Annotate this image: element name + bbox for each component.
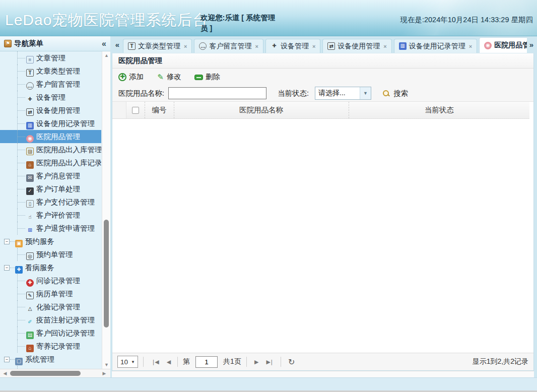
main-area: « T文章类型管理×…客户留言管理×✚设备管理×⇄设备使用管理×▥设备使用记录管… <box>112 36 537 377</box>
supplies-name-input[interactable] <box>168 87 266 99</box>
sidebar-item-label: 客户订单处理 <box>36 185 80 193</box>
sidebar-item-label: 文章类型管理 <box>36 67 80 75</box>
device-icon: ✚ <box>26 96 34 103</box>
last-page-button[interactable]: ▶❘ <box>263 359 276 365</box>
sidebar-vertical-scrollbar[interactable]: ▲ ▼ <box>102 51 110 369</box>
sidebar-item-supplies-inout[interactable]: ▨医院用品出入库管理 <box>0 143 101 156</box>
tree-guide-line <box>10 359 17 360</box>
tab-label: 设备管理 <box>281 42 309 51</box>
sidebar-horizontal-scrollbar[interactable]: ◀ ▶ <box>0 369 110 377</box>
tree-guide-line <box>17 123 25 124</box>
tree-collapse-icon[interactable]: − <box>4 357 10 362</box>
tab-device-usage-record[interactable]: ▥设备使用记录管理× <box>394 39 477 53</box>
tabs-scroll-right-button[interactable]: » <box>527 39 536 52</box>
sidebar-item-article[interactable]: ≡文章管理 <box>0 51 101 64</box>
sidebar-item-supplies-inout-record[interactable]: ⌂医院用品出入库记录 <box>0 156 101 169</box>
sidebar-item-device-usage-record[interactable]: ▥设备使用记录管理 <box>0 117 101 130</box>
sidebar-item-device-usage[interactable]: ⇄设备使用管理 <box>0 104 101 117</box>
follow-up-record-icon: ▤ <box>26 332 34 339</box>
status-select[interactable]: 请选择... ▼ <box>315 87 371 100</box>
select-all-header <box>126 102 145 118</box>
welcome-text: 欢迎您:乐道 [ 系统管理员 ] <box>200 13 281 34</box>
sidebar-item-medical-record[interactable]: ✎病历单管理 <box>0 287 101 300</box>
app-header: LeDao宠物医院管理系统后台 欢迎您:乐道 [ 系统管理员 ] 现在是:202… <box>0 0 537 36</box>
tab-article-type[interactable]: T文章类型管理× <box>123 39 192 53</box>
delete-icon <box>194 75 203 80</box>
scroll-right-icon[interactable]: ▶ <box>100 369 108 377</box>
sidebar-item-customer-message[interactable]: ✉客户消息管理 <box>0 169 101 182</box>
sidebar-item-vaccine-record[interactable]: ✐疫苗注射记录管理 <box>0 313 101 326</box>
sidebar-item-label: 设备使用管理 <box>36 106 80 114</box>
close-icon[interactable]: × <box>312 43 315 49</box>
tree-collapse-icon[interactable]: − <box>4 239 10 244</box>
chevron-down-icon[interactable]: ▼ <box>360 87 371 99</box>
col-header-name: 医院用品名称 <box>174 102 349 118</box>
sidebar-item-guestbook[interactable]: …客户留言管理 <box>0 78 101 91</box>
sidebar-item-label: 客户评价管理 <box>36 211 80 219</box>
sidebar-item-boarding-record[interactable]: ⌂寄养记录管理 <box>0 340 101 353</box>
close-icon[interactable]: × <box>184 43 187 49</box>
device-icon: ✚ <box>271 42 278 50</box>
search-button[interactable]: 搜索 <box>393 89 408 98</box>
prev-page-button[interactable]: ◀ <box>164 359 172 365</box>
select-all-checkbox[interactable] <box>132 107 139 114</box>
tree-collapse-icon[interactable]: − <box>4 265 10 271</box>
sidebar-item-customer-payment[interactable]: ▯客户支付记录管理 <box>0 195 101 209</box>
close-icon[interactable]: × <box>469 43 472 49</box>
edit-button[interactable]: ✎ 修改 <box>157 72 181 82</box>
tree-guide-line <box>17 346 25 347</box>
sidebar-item-device[interactable]: ✚设备管理 <box>0 91 101 104</box>
sidebar-item-consultation-record[interactable]: ✚问诊记录管理 <box>0 274 101 287</box>
page-prefix-label: 第 <box>183 357 190 366</box>
tree-guide-line <box>10 241 17 242</box>
sidebar-item-system-folder[interactable]: −▢系统管理 <box>0 353 101 366</box>
sidebar-collapse-button[interactable]: « <box>102 39 106 48</box>
sidebar-item-follow-up-record[interactable]: ▤客户回访记录管理 <box>0 326 101 340</box>
scroll-down-icon[interactable]: ▼ <box>102 361 110 369</box>
scrollbar-thumb[interactable] <box>10 371 81 376</box>
page-number-input[interactable] <box>195 356 218 368</box>
sidebar-item-label: 医院用品出入库管理 <box>36 146 101 154</box>
search-bar: 医院用品名称: 当前状态: 请选择... ▼ 搜索 <box>112 85 533 102</box>
tab-device-usage[interactable]: ⇄设备使用管理× <box>322 39 391 53</box>
divider <box>246 357 247 367</box>
scrollbar-thumb[interactable] <box>104 220 109 328</box>
consultation-record-icon: ✚ <box>26 279 34 287</box>
sidebar-item-appointment-folder[interactable]: −▣预约服务 <box>0 235 101 248</box>
delete-button[interactable]: 删除 <box>194 72 220 82</box>
tab-device[interactable]: ✚设备管理× <box>265 39 320 53</box>
tree-guide-line <box>17 281 25 281</box>
refresh-icon[interactable]: ↻ <box>286 357 297 367</box>
first-page-button[interactable]: ❘◀ <box>149 359 161 365</box>
scroll-up-icon[interactable]: ▲ <box>102 51 110 59</box>
guestbook-icon: … <box>26 82 34 90</box>
sidebar-item-article-type[interactable]: T文章类型管理 <box>0 64 101 78</box>
nav-tree: ≡文章管理T文章类型管理…客户留言管理✚设备管理⇄设备使用管理▥设备使用记录管理… <box>0 51 101 369</box>
sidebar-item-label: 系统管理 <box>25 355 54 363</box>
sidebar-item-treatment-folder[interactable]: −✚看病服务 <box>0 261 101 274</box>
sidebar-item-customer-review[interactable]: ☝客户评价管理 <box>0 209 101 222</box>
tabs-scroll-left-button[interactable]: « <box>113 39 122 52</box>
sidebar-item-hospital-supplies[interactable]: ◉医院用品管理 <box>0 130 101 143</box>
next-page-button[interactable]: ▶ <box>252 359 260 365</box>
page-total-label: 共1页 <box>223 357 241 366</box>
add-button[interactable]: ✚ 添加 <box>118 72 144 82</box>
tab-label: 客户留言管理 <box>209 42 251 51</box>
device-usage-record-icon: ▥ <box>26 122 34 129</box>
close-icon[interactable]: × <box>383 43 386 49</box>
tab-label: 医院用品管理 <box>494 41 527 50</box>
tab-guestbook[interactable]: …客户留言管理× <box>194 39 263 53</box>
tree-guide-line <box>17 97 25 98</box>
sidebar-item-appointment-order[interactable]: ◎预约单管理 <box>0 248 101 261</box>
article-type-icon: T <box>128 42 136 50</box>
sidebar-item-lab-record[interactable]: △化验记录管理 <box>0 300 101 313</box>
close-icon[interactable]: × <box>255 43 258 49</box>
sidebar-item-customer-return[interactable]: ⊞客户退货申请管理 <box>0 222 101 235</box>
scroll-left-icon[interactable]: ◀ <box>1 369 9 377</box>
customer-payment-icon: ▯ <box>26 200 34 208</box>
sidebar-item-customer-order[interactable]: ✓客户订单处理 <box>0 182 101 195</box>
tab-hospital-supplies[interactable]: ◉医院用品管理× <box>479 37 527 53</box>
page-size-select[interactable]: 10 ▼ <box>117 356 138 368</box>
main-horizontal-scrollbar[interactable] <box>112 371 534 377</box>
current-datetime: 现在是:2024年10月24日 14:33:29 星期四 <box>400 15 533 25</box>
